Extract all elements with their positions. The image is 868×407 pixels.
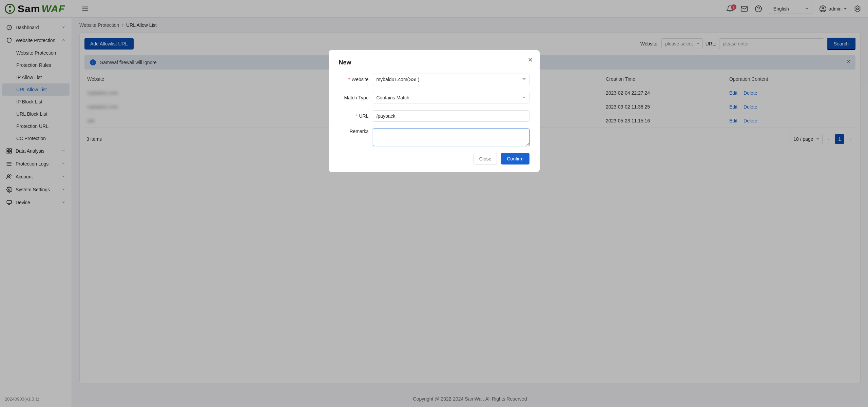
modal-close-icon[interactable]: ✕ [528, 56, 533, 64]
new-allowlist-modal: New ✕ Website mybaidu1.com(SSL) Match Ty… [329, 50, 540, 172]
modal-url-input[interactable] [373, 110, 529, 122]
modal-url-label: URL [339, 113, 373, 119]
modal-match-select[interactable]: Contains Match [373, 92, 529, 103]
modal-match-label: Match Type [339, 95, 373, 100]
modal-remarks-label: Remarks [339, 129, 373, 134]
modal-website-select[interactable]: mybaidu1.com(SSL) [373, 74, 529, 85]
modal-title: New [339, 59, 529, 66]
modal-confirm-button[interactable]: Confirm [501, 153, 529, 164]
modal-overlay[interactable]: New ✕ Website mybaidu1.com(SSL) Match Ty… [0, 0, 868, 407]
modal-remarks-textarea[interactable] [373, 129, 529, 146]
modal-close-button[interactable]: Close [474, 153, 497, 164]
modal-website-label: Website [339, 77, 373, 82]
